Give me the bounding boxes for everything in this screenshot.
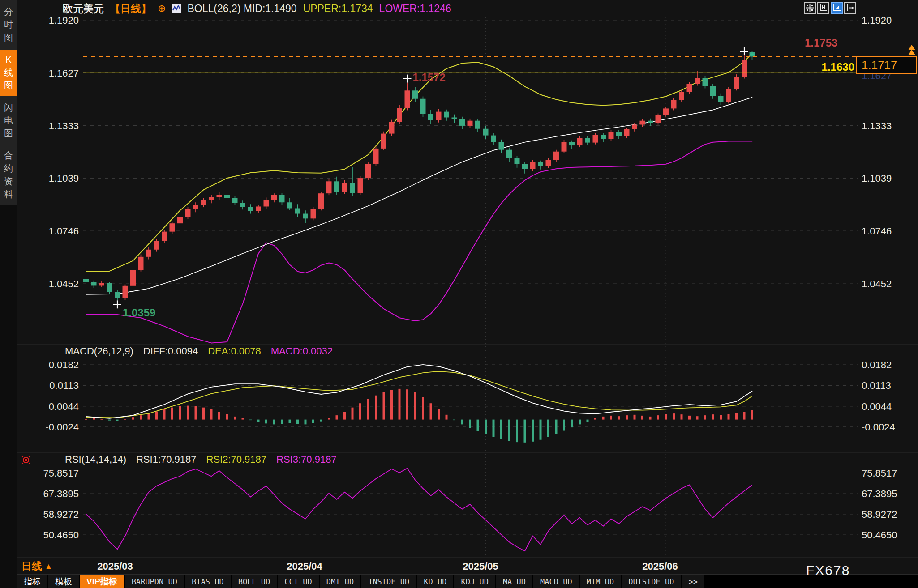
tab-vip-[interactable]: VIP指标 [80, 575, 125, 588]
tab-dmi-ud[interactable]: DMI_UD [320, 575, 361, 588]
tab-outside-ud[interactable]: OUTSIDE_UD [622, 575, 682, 588]
svg-text:0.0044: 0.0044 [862, 401, 892, 412]
svg-text:1.1627: 1.1627 [49, 68, 79, 79]
macd-header: MACD(26,12,9) DIFF:0.0094 DEA:0.0078 MAC… [65, 345, 333, 357]
chart-header: 欧元美元 【日线】 ⊕ BOLL(26,2) MID:1.1490 UPPER:… [63, 2, 451, 15]
tab-ma-ud[interactable]: MA_UD [496, 575, 533, 588]
sidebar-item-char: 电 [4, 114, 13, 127]
sidebar-item-3[interactable]: 合约资料 [0, 145, 17, 205]
svg-text:0.0182: 0.0182 [862, 359, 892, 371]
macd-dea-label: DEA:0.0078 [208, 345, 261, 357]
sidebar-item-char: 闪 [4, 101, 13, 114]
sidebar-item-char: 图 [4, 127, 13, 140]
trading-app-window: 1.19201.16271.13331.10391.07461.04521.19… [0, 0, 918, 588]
mini-chart-icon [172, 4, 181, 13]
sidebar-item-char: 图 [4, 79, 13, 92]
chart-toolbar [804, 2, 856, 14]
svg-text:2025/06: 2025/06 [642, 561, 678, 572]
svg-text:58.9272: 58.9272 [43, 509, 79, 520]
period-selector[interactable]: 日线 ▲ [21, 559, 52, 573]
boll-label: BOLL(26,2) MID:1.1490 [187, 3, 296, 15]
tab-barupdn-ud[interactable]: BARUPDN_UD [125, 575, 185, 588]
period-selector-label: 日线 [21, 559, 42, 573]
symbol-name: 欧元美元 [63, 2, 104, 16]
svg-text:-0.0024: -0.0024 [862, 422, 895, 433]
svg-text:1.1717: 1.1717 [862, 58, 897, 72]
sidebar-item-char: 料 [4, 188, 13, 201]
svg-text:1.1920: 1.1920 [49, 15, 79, 26]
boll-upper-label: UPPER:1.1734 [303, 3, 373, 15]
sidebar-filler [0, 205, 17, 588]
tab--[interactable]: >> [682, 575, 705, 588]
svg-text:75.8517: 75.8517 [862, 468, 897, 479]
period-tag[interactable]: 【日线】 [110, 2, 151, 16]
svg-text:1.1920: 1.1920 [862, 15, 892, 26]
svg-text:67.3895: 67.3895 [43, 488, 79, 499]
axis-scale-icon[interactable] [817, 2, 829, 14]
svg-text:-0.0024: -0.0024 [45, 422, 79, 433]
svg-text:67.3895: 67.3895 [862, 488, 897, 499]
svg-text:2025/04: 2025/04 [287, 561, 322, 572]
chart-canvas[interactable]: 1.19201.16271.13331.10391.07461.04521.19… [0, 0, 918, 588]
tab-kd-ud[interactable]: KD_UD [417, 575, 454, 588]
tab-boll-ud[interactable]: BOLL_UD [232, 575, 278, 588]
tab-cci-ud[interactable]: CCI_UD [278, 575, 319, 588]
tab-mtm-ud[interactable]: MTM_UD [580, 575, 622, 588]
svg-text:1.1333: 1.1333 [862, 120, 892, 132]
chart-type-sidebar: 分时图K线图闪电图合约资料 [0, 0, 17, 588]
svg-text:75.8517: 75.8517 [43, 468, 79, 479]
sidebar-item-1[interactable]: K线图 [0, 50, 17, 96]
svg-text:0.0182: 0.0182 [49, 359, 79, 371]
sidebar-item-char: 分 [4, 5, 13, 18]
svg-text:50.4650: 50.4650 [43, 529, 79, 541]
macd-macd-label: MACD:0.0032 [271, 345, 333, 357]
svg-text:1.1630: 1.1630 [822, 61, 854, 73]
tab-macd-ud[interactable]: MACD_UD [533, 575, 580, 588]
sidebar-item-char: 图 [4, 31, 13, 44]
auto-scroll-icon[interactable] [831, 2, 843, 14]
rsi1-label: RSI1:70.9187 [136, 454, 197, 465]
period-up-arrow-icon: ▲ [45, 562, 52, 571]
tab-inside-ud[interactable]: INSIDE_UD [361, 575, 417, 588]
svg-text:0.0113: 0.0113 [862, 380, 891, 391]
rsi2-label: RSI2:70.9187 [206, 454, 267, 465]
alert-sun-icon[interactable] [20, 454, 32, 468]
sidebar-item-0[interactable]: 分时图 [0, 2, 17, 48]
boll-lower-label: LOWER:1.1246 [379, 3, 451, 15]
macd-diff-label: DIFF:0.0094 [143, 345, 198, 357]
indicator-tabbar: 指标模板VIP指标BARUPDN_UDBIAS_UDBOLL_UDCCI_UDD… [17, 574, 918, 588]
svg-text:1.0359: 1.0359 [123, 307, 155, 319]
svg-text:58.9272: 58.9272 [862, 509, 897, 520]
pane-shift-icon[interactable] [844, 2, 856, 14]
sidebar-item-char: 线 [4, 66, 13, 79]
rsi-title: RSI(14,14,14) [65, 454, 126, 465]
sidebar-item-char: 资 [4, 175, 13, 188]
svg-text:0.0044: 0.0044 [49, 401, 79, 412]
sidebar-item-char: K [5, 53, 11, 66]
rsi-header: RSI(14,14,14) RSI1:70.9187 RSI2:70.9187 … [65, 454, 337, 465]
add-indicator-icon[interactable]: ⊕ [158, 3, 166, 14]
tab-bias-ud[interactable]: BIAS_UD [185, 575, 232, 588]
tab--[interactable]: 模板 [48, 575, 80, 588]
sidebar-item-char: 时 [4, 18, 13, 31]
macd-title: MACD(26,12,9) [65, 345, 133, 357]
svg-text:1.0452: 1.0452 [862, 278, 892, 290]
tab--[interactable]: 指标 [17, 575, 48, 588]
svg-text:1.0452: 1.0452 [49, 278, 79, 290]
svg-text:1.1333: 1.1333 [49, 120, 79, 132]
sidebar-item-char: 合 [4, 149, 13, 162]
svg-text:1.0746: 1.0746 [862, 226, 892, 237]
crosshair-tool-icon[interactable] [804, 2, 816, 14]
tab-kdj-ud[interactable]: KDJ_UD [454, 575, 496, 588]
svg-text:2025/05: 2025/05 [463, 561, 498, 572]
watermark-logo: FX678 [806, 563, 850, 578]
svg-text:50.4650: 50.4650 [862, 529, 897, 541]
svg-text:1.1039: 1.1039 [49, 173, 79, 184]
svg-text:1.1039: 1.1039 [862, 173, 892, 184]
sidebar-item-2[interactable]: 闪电图 [0, 98, 17, 144]
svg-text:0.0113: 0.0113 [49, 380, 79, 391]
svg-text:1.1572: 1.1572 [413, 71, 446, 83]
sidebar-item-char: 约 [4, 162, 13, 175]
rsi3-label: RSI3:70.9187 [276, 454, 337, 465]
svg-text:1.0746: 1.0746 [49, 226, 79, 237]
